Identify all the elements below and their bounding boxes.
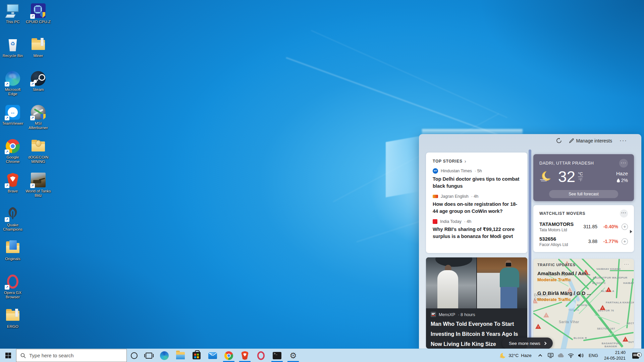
weather-card[interactable]: DADRI, UTTAR PRADESH ··· 32 °C °F Haze xyxy=(533,154,634,201)
cortana-button[interactable] xyxy=(127,349,142,362)
taskbar-brave[interactable] xyxy=(237,349,253,362)
mail-icon xyxy=(208,352,217,359)
desktop-icon-miner[interactable]: Miner xyxy=(25,37,51,70)
shortcut-arrow-icon: ↗ xyxy=(30,183,35,188)
chevron-right-icon xyxy=(543,342,546,345)
desktop-icon-cpuid-cpuz[interactable]: ↗ CPUID CPU-Z xyxy=(25,3,51,37)
desktop-icon-microsoft-edge[interactable]: ↗ Microsoft Edge xyxy=(0,70,25,104)
task-view-button[interactable] xyxy=(142,349,156,362)
add-to-watchlist-icon[interactable]: + xyxy=(622,238,628,245)
story-time: · 4h xyxy=(471,194,479,199)
news-story-card[interactable]: MensXP · 8 hours Man Who Told Everyone T… xyxy=(426,257,527,349)
story-item[interactable]: Jagran English · 4h How does on-site reg… xyxy=(433,194,521,215)
start-button[interactable] xyxy=(0,349,16,362)
stock-price: 311.85 xyxy=(583,224,597,229)
desktop-icon-this-pc[interactable]: This PC xyxy=(0,3,25,37)
traffic-more-icon[interactable]: ··· xyxy=(623,261,631,269)
see-full-forecast-button[interactable]: See full forecast xyxy=(549,190,618,198)
taskbar-file-explorer[interactable] xyxy=(172,349,189,362)
pencil-icon xyxy=(569,138,574,143)
icon-label: TeamViewer xyxy=(0,121,25,126)
watchlist-more-icon[interactable]: ··· xyxy=(620,209,628,218)
shortcut-arrow-icon: ↗ xyxy=(5,217,9,222)
taskbar-weather-widget[interactable]: 32°C Haze xyxy=(495,353,536,359)
see-more-news-button[interactable]: See more news xyxy=(502,338,553,349)
news-photos xyxy=(426,257,527,308)
onedrive-icon[interactable] xyxy=(556,349,566,362)
traffic-overlay: TRAFFIC UPDATES Amaltash Road / Am... Mo… xyxy=(537,263,591,302)
story-time: · 4h xyxy=(464,219,472,224)
traffic-card[interactable]: Gandhi Nagar VAIBHAV KHAND HAZRATPUR WAJ… xyxy=(533,259,634,349)
watchlist-row[interactable]: 532656 Facor Alloys Ltd 3.88 -1.77% + xyxy=(539,236,628,247)
folder-icon xyxy=(5,307,21,323)
clock[interactable]: 21:40 24-05-2021 xyxy=(601,350,629,361)
taskbar-search[interactable] xyxy=(16,349,127,362)
taskbar-opera-gx[interactable] xyxy=(253,349,269,362)
shortcut-arrow-icon: ↗ xyxy=(5,116,9,120)
desktop-icon-brave[interactable]: ↗ Brave xyxy=(0,172,25,206)
volume-icon[interactable] xyxy=(576,349,586,362)
traffic-warning-icon: ! xyxy=(623,337,628,342)
msi-afterburner-icon: ↗ xyxy=(30,104,46,120)
stock-symbol: TATAMOTORS xyxy=(539,221,574,228)
taskbar-store[interactable] xyxy=(189,349,205,362)
tray-overflow-chevron[interactable] xyxy=(536,349,546,362)
taskbar-edge[interactable] xyxy=(156,349,172,362)
watchlist-title: WATCHLIST MOVERS xyxy=(539,211,585,216)
action-center-button[interactable]: 5 xyxy=(629,353,642,359)
manage-interests-label: Manage interests xyxy=(576,138,612,143)
traffic-road: G D Birlā Mārg / G D ... xyxy=(537,290,591,296)
story-item[interactable]: India Today · 4h Why RBI's sharing of ₹9… xyxy=(433,219,521,240)
add-to-watchlist-icon[interactable]: + xyxy=(622,224,628,230)
icon-label: Recycle Bin xyxy=(0,54,25,58)
desktop-icon-msi-afterburner[interactable]: ↗ MSI Afterburner xyxy=(25,104,51,138)
taskbar-chrome[interactable] xyxy=(221,349,237,362)
weather-more-icon[interactable]: ··· xyxy=(619,159,628,168)
stock-change: -1.77% xyxy=(597,239,618,244)
icon-label: MSI Afterburner xyxy=(25,121,51,130)
tray-temperature: 32°C xyxy=(508,353,519,358)
tray-condition: Haze xyxy=(521,353,532,358)
this-pc-icon xyxy=(5,3,21,19)
taskbar-mail[interactable] xyxy=(205,349,221,362)
desktop-icon-ergo[interactable]: ERGO xyxy=(0,307,25,341)
map-label: SUTH xyxy=(628,341,634,344)
jagran-english-logo xyxy=(433,195,438,198)
news-photo-left xyxy=(426,257,476,308)
taskbar-command-prompt[interactable]: >_ xyxy=(269,349,285,362)
manage-interests-button[interactable]: Manage interests xyxy=(569,138,612,143)
folder-icon xyxy=(5,240,21,256)
map-label: SECTOR 107 xyxy=(597,327,615,330)
watchlist-expand-arrow[interactable] xyxy=(630,230,632,233)
stock-symbol: 532656 xyxy=(539,236,568,242)
brave-icon xyxy=(241,351,249,360)
taskbar-settings[interactable]: ⚙ xyxy=(285,349,301,362)
celsius-toggle[interactable]: °C xyxy=(578,171,583,177)
watchlist-row[interactable]: TATAMOTORS Tata Motors Ltd 311.85 -0.40%… xyxy=(539,221,628,232)
story-item[interactable]: HT Hindustan Times · 5h Top Delhi doctor… xyxy=(433,168,521,190)
desktop-icon-quake-champions[interactable]: ↗ Quake Champions xyxy=(0,206,25,240)
refresh-icon[interactable] xyxy=(556,138,562,143)
search-input[interactable] xyxy=(29,353,113,358)
desktop-icon-opera-gx[interactable]: ↗ Opera GX Browser xyxy=(0,274,25,307)
desktop-icon-world-of-tanks[interactable]: ↗ World of Tanks Blitz xyxy=(25,172,51,206)
panel-more-icon[interactable]: ··· xyxy=(620,139,627,142)
desktop-icon-teamviewer[interactable]: ↔↗ TeamViewer xyxy=(0,104,25,138)
language-indicator[interactable]: ENG xyxy=(586,353,601,358)
chrome-icon: ↗ xyxy=(5,138,21,154)
edge-icon: ↗ xyxy=(5,70,21,86)
story-headline: Why RBI's sharing of ₹99,122 crore surpl… xyxy=(433,226,521,240)
teamviewer-tray-icon[interactable] xyxy=(546,349,556,362)
desktop-icon-dogecoin-mining[interactable]: dOGECOIN MINING xyxy=(25,138,51,172)
desktop-icon-recycle-bin[interactable]: ♻ Recycle Bin xyxy=(0,37,25,70)
desktop-icon-steam[interactable]: ↗ Steam xyxy=(25,70,51,104)
top-stories-card: TOP STORIES › HT Hindustan Times · 5h To… xyxy=(426,153,527,253)
wifi-icon[interactable] xyxy=(566,349,576,362)
desktop-icon-originals[interactable]: Originals xyxy=(0,240,25,274)
fahrenheit-toggle[interactable]: °F xyxy=(578,178,582,182)
opera-gx-icon: ↗ xyxy=(5,274,21,290)
icon-label: This PC xyxy=(0,20,25,24)
panel-scrollbar[interactable] xyxy=(529,149,531,347)
desktop-icon-google-chrome[interactable]: ↗ Google Chrome xyxy=(0,138,25,172)
top-stories-header[interactable]: TOP STORIES › xyxy=(433,158,521,164)
